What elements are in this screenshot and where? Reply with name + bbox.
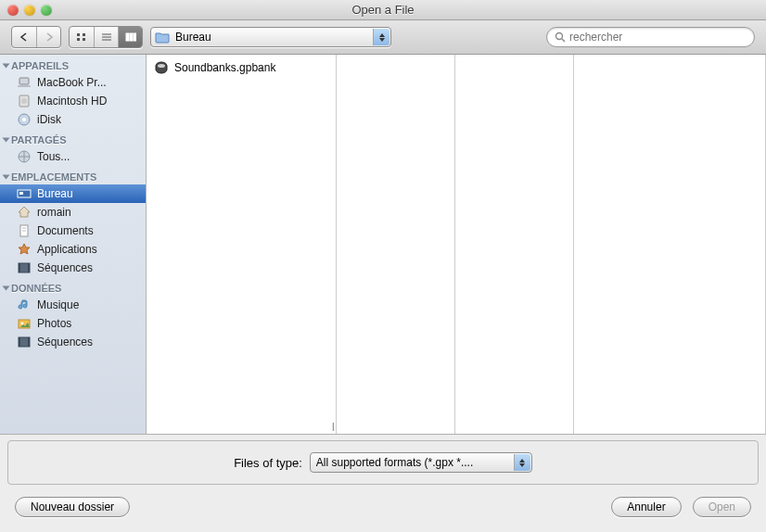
view-mode-buttons [69,26,143,48]
path-selector[interactable]: Bureau [150,27,391,47]
sidebar-item-s-quences[interactable]: Séquences [0,259,146,277]
column-4[interactable] [574,55,766,434]
sidebar-item-label: Applications [37,243,97,256]
titlebar: Open a File [0,0,766,20]
sidebar-item-label: Tous... [37,150,70,163]
sidebar-item-tous-[interactable]: Tous... [0,147,146,166]
sidebar-item-macintosh-hd[interactable]: Macintosh HD [0,92,146,110]
laptop-icon [17,75,32,90]
movies-icon [17,260,32,275]
svg-rect-9 [134,33,136,41]
svg-rect-20 [19,192,23,195]
hdd-icon [17,94,32,108]
section-title: EMPLACEMENTS [11,171,96,183]
svg-rect-25 [19,263,20,272]
svg-rect-3 [83,38,85,41]
svg-rect-7 [126,33,129,41]
svg-rect-30 [19,337,20,347]
toolbar: Bureau [0,20,766,55]
back-button[interactable] [12,27,36,47]
svg-rect-31 [28,337,30,347]
minimize-window-button[interactable] [24,5,35,16]
svg-point-15 [21,98,27,104]
window-title: Open a File [0,3,766,17]
sidebar-item-label: Séquences [37,336,93,348]
sidebar-section-header[interactable]: DONNÉES [0,277,146,296]
forward-button[interactable] [36,27,60,47]
sidebar-item-photos[interactable]: Photos [0,314,146,333]
svg-rect-13 [18,85,31,87]
button-bar: Nouveau dossier Annuler Open [0,485,766,529]
close-window-button[interactable] [7,5,19,16]
sidebar-item-label: Macintosh HD [37,95,107,108]
path-stepper[interactable] [373,29,389,45]
column-resize-handle[interactable]: || [332,422,341,433]
apps-icon [17,242,32,257]
cancel-button[interactable]: Annuler [611,497,681,517]
svg-rect-0 [77,33,80,36]
sidebar-item-s-quences[interactable]: Séquences [0,333,146,351]
search-input[interactable] [569,31,747,44]
nav-buttons [11,26,61,48]
column-view-button[interactable] [118,27,142,47]
folder-icon [155,31,170,44]
svg-point-28 [21,323,24,325]
sidebar-section-header[interactable]: APPAREILS [0,55,146,73]
idisk-icon [17,112,32,127]
sidebar-item-label: Photos [37,317,71,330]
sidebar-item-documents[interactable]: Documents [0,222,146,240]
photos-icon [17,316,32,331]
new-folder-button[interactable]: Nouveau dossier [15,497,130,517]
file-type-label: Files of type: [234,456,302,470]
svg-rect-1 [83,33,85,36]
svg-point-10 [556,33,563,40]
svg-rect-26 [28,263,30,272]
file-name: Soundbanks.gpbank [174,61,275,74]
sidebar-item-label: iDisk [37,113,61,126]
disclosure-triangle-icon [3,175,10,180]
movies-icon [17,335,32,349]
file-row[interactable]: Soundbanks.gpbank [147,58,336,77]
svg-line-11 [562,39,565,42]
section-title: PARTAGÉS [11,134,67,146]
file-type-value: All supported formats (*.gpx *.... [316,456,473,469]
sidebar: APPAREILSMacBook Pr...Macintosh HDiDiskP… [0,55,147,434]
globe-icon [17,149,32,164]
column-browser: Soundbanks.gpbank || [147,55,766,434]
column-3[interactable] [455,55,574,434]
svg-rect-2 [77,38,80,41]
filter-bar: Files of type: All supported formats (*.… [7,440,759,485]
file-type-stepper[interactable] [514,454,530,471]
sidebar-item-label: romain [37,206,71,219]
sidebar-section-header[interactable]: PARTAGÉS [0,129,146,147]
open-button[interactable]: Open [693,497,751,517]
column-2[interactable] [337,55,455,434]
svg-point-17 [22,118,26,121]
sidebar-item-macbook-pr-[interactable]: MacBook Pr... [0,73,146,92]
docs-icon [17,223,32,238]
sidebar-item-musique[interactable]: Musique [0,296,146,314]
list-view-button[interactable] [94,27,118,47]
column-1[interactable]: Soundbanks.gpbank [147,55,337,434]
disclosure-triangle-icon [3,64,10,69]
icon-view-button[interactable] [70,27,94,47]
file-type-selector[interactable]: All supported formats (*.gpx *.... [310,452,532,473]
search-field[interactable] [546,27,755,47]
sidebar-item-label: Bureau [37,187,73,200]
sidebar-item-romain[interactable]: romain [0,203,146,222]
disclosure-triangle-icon [3,286,10,291]
sidebar-section-header[interactable]: EMPLACEMENTS [0,166,146,184]
section-title: DONNÉES [11,283,61,294]
sidebar-item-label: Musique [37,298,79,311]
sidebar-item-label: MacBook Pr... [37,76,107,89]
sidebar-item-label: Documents [37,224,94,237]
main-area: APPAREILSMacBook Pr...Macintosh HDiDiskP… [0,55,766,435]
sidebar-item-bureau[interactable]: Bureau [0,184,146,203]
sidebar-item-applications[interactable]: Applications [0,240,146,259]
zoom-window-button[interactable] [41,5,52,16]
home-icon [17,205,32,220]
music-icon [17,298,32,312]
search-icon [555,32,566,43]
sidebar-item-idisk[interactable]: iDisk [0,110,146,129]
section-title: APPAREILS [11,60,69,71]
